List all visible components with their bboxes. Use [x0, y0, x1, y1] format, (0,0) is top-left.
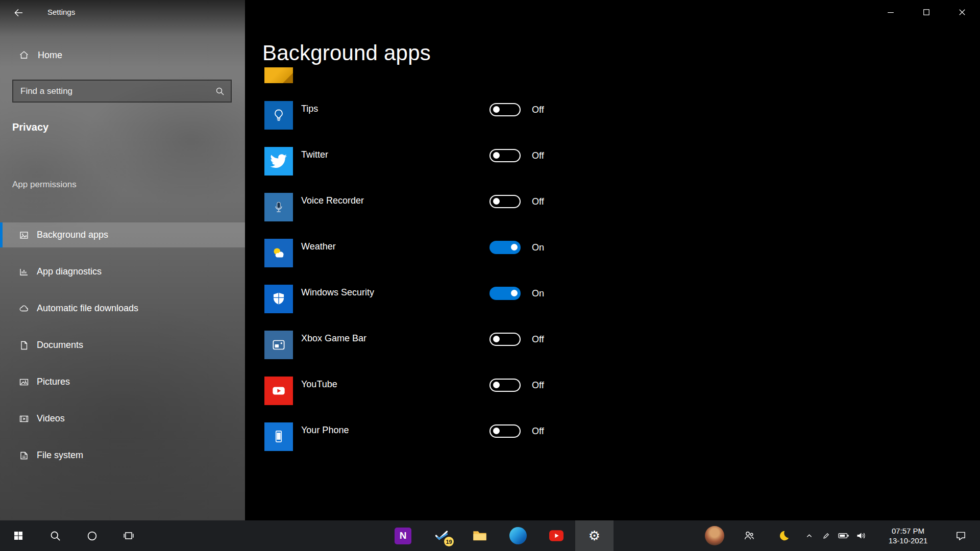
home-icon	[19, 50, 29, 60]
twitter-app-icon	[264, 147, 293, 176]
youtube-toggle[interactable]	[489, 379, 521, 392]
settings-icon: ⚙	[589, 529, 600, 542]
sidebar-item-label: App diagnostics	[37, 266, 102, 277]
sidebar-item-documents[interactable]: Documents	[0, 333, 245, 358]
windows-security-toggle[interactable]	[489, 287, 521, 300]
taskbar-pen-button[interactable]	[818, 520, 835, 551]
taskbar-edge-button[interactable]	[499, 520, 537, 551]
battery-icon	[838, 532, 849, 539]
background-apps-list: TipsOffTwitterOffVoice RecorderOffWeathe…	[264, 101, 826, 468]
taskbar-file-explorer-button[interactable]	[460, 520, 499, 551]
app-name: Windows Security	[301, 287, 374, 298]
user-avatar-icon	[705, 526, 724, 545]
voice-recorder-toggle[interactable]	[489, 195, 521, 208]
youtube-icon	[548, 528, 565, 544]
search-input[interactable]	[13, 86, 215, 96]
sidebar-item-app-diagnostics[interactable]: App diagnostics	[0, 259, 245, 284]
hidden-icons-chevron-icon	[805, 532, 813, 540]
taskbar-youtube-button[interactable]	[537, 520, 575, 551]
toggle-state-label: Off	[532, 425, 544, 437]
tips-toggle[interactable]	[489, 103, 521, 116]
partial-app-tile	[264, 67, 293, 83]
taskbar-user-avatar-button[interactable]	[698, 520, 731, 551]
taskbar-night-light-button[interactable]	[768, 520, 800, 551]
your-phone-toggle[interactable]	[489, 424, 521, 438]
app-row-tips: TipsOff	[264, 101, 826, 130]
sidebar-item-label: Pictures	[37, 377, 70, 387]
app-row-weather: WeatherOn	[264, 239, 826, 267]
window-controls	[873, 0, 980, 24]
sidebar-item-pictures[interactable]: Pictures	[0, 369, 245, 394]
taskbar-start-button[interactable]	[0, 520, 37, 551]
sidebar: Settings Home Privacy App permissions Ba…	[0, 0, 245, 520]
taskbar-hidden-icons-chevron-button[interactable]	[800, 520, 818, 551]
app-name: YouTube	[301, 379, 337, 390]
toggle-knob	[511, 244, 518, 251]
sidebar-item-videos[interactable]: Videos	[0, 406, 245, 431]
toggle-state-label: Off	[532, 195, 544, 208]
taskbar-battery-button[interactable]	[835, 520, 852, 551]
edge-icon	[509, 527, 527, 544]
action-center-icon	[955, 531, 966, 541]
your-phone-app-icon	[264, 422, 293, 451]
clock-time: 07:57 PM	[892, 526, 924, 536]
toggle-knob	[493, 152, 500, 159]
app-row-twitter: TwitterOff	[264, 147, 826, 176]
taskbar-clock[interactable]: 07:57 PM 13-10-2021	[870, 520, 946, 551]
taskbar-settings-button[interactable]: ⚙	[575, 520, 614, 551]
voice-recorder-app-icon	[264, 193, 293, 221]
toggle-state-label: Off	[532, 333, 544, 345]
people-icon	[743, 530, 755, 542]
windows-security-app-icon	[264, 285, 293, 313]
app-name: Voice Recorder	[301, 195, 364, 206]
file-explorer-icon	[472, 528, 488, 544]
taskbar-people-button[interactable]	[731, 520, 768, 551]
sidebar-item-background-apps[interactable]: Background apps	[0, 222, 245, 247]
taskbar-cortana-button[interactable]	[74, 520, 110, 551]
taskbar-task-view-button[interactable]	[110, 520, 147, 551]
toggle-state-label: Off	[532, 379, 544, 391]
tips-app-icon	[264, 101, 293, 130]
window-title: Settings	[47, 8, 75, 16]
app-row-voice-recorder: Voice RecorderOff	[264, 193, 826, 221]
partially-scrolled-app-icon	[264, 67, 293, 83]
privacy-heading: Privacy	[12, 121, 48, 133]
background-apps-icon	[19, 230, 29, 240]
back-button[interactable]	[9, 5, 28, 20]
youtube-app-icon	[264, 377, 293, 405]
action-center-button[interactable]	[946, 520, 975, 551]
twitter-toggle[interactable]	[489, 149, 521, 162]
minimize-icon	[887, 9, 894, 16]
taskbar-search-button[interactable]	[37, 520, 74, 551]
weather-toggle[interactable]	[489, 241, 521, 254]
minimize-button[interactable]	[873, 0, 909, 24]
sidebar-item-file-system[interactable]: File system	[0, 443, 245, 468]
toggle-state-label: Off	[532, 104, 544, 116]
close-icon	[959, 9, 966, 16]
maximize-button[interactable]	[909, 0, 944, 24]
taskbar-volume-button[interactable]	[852, 520, 870, 551]
sidebar-item-home[interactable]: Home	[0, 44, 245, 66]
sidebar-nav: Background appsApp diagnosticsAutomatic …	[0, 222, 245, 480]
page-title: Background apps	[262, 41, 431, 65]
pen-icon	[822, 532, 830, 540]
taskbar-onenote-button[interactable]: N	[384, 520, 422, 551]
home-label: Home	[38, 50, 62, 61]
app-row-youtube: YouTubeOff	[264, 377, 826, 405]
volume-icon	[856, 532, 866, 540]
tray-icons	[698, 520, 870, 551]
sidebar-item-label: Documents	[37, 340, 83, 350]
taskbar-left	[0, 520, 147, 551]
xbox-game-bar-toggle[interactable]	[489, 333, 521, 346]
close-button[interactable]	[944, 0, 980, 24]
sidebar-item-label: Automatic file downloads	[37, 303, 138, 314]
toggle-knob	[493, 106, 500, 113]
task-view-icon	[123, 530, 134, 541]
videos-icon	[19, 414, 29, 424]
toggle-knob	[493, 382, 500, 388]
taskbar-center: N19⚙	[384, 520, 614, 551]
search-icon[interactable]	[215, 86, 225, 96]
badge-count: 19	[444, 537, 454, 546]
taskbar-todo-button[interactable]: 19	[422, 520, 460, 551]
sidebar-item-automatic-file-downloads[interactable]: Automatic file downloads	[0, 296, 245, 321]
